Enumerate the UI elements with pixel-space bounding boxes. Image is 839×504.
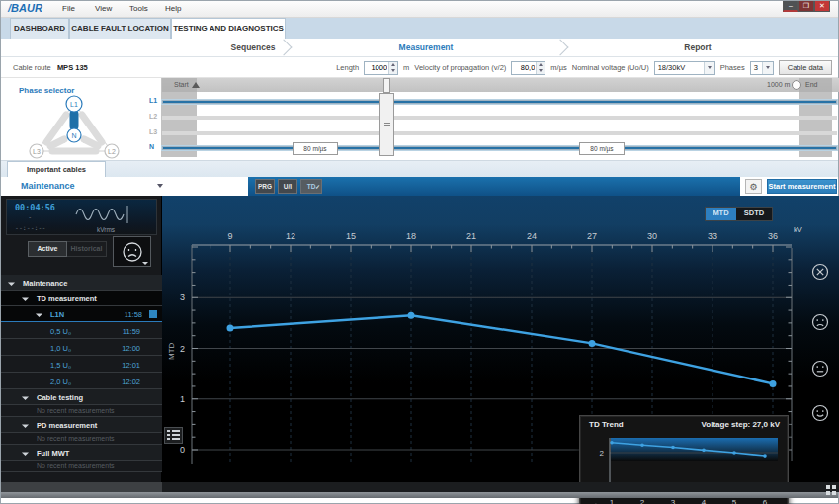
- length-down-button[interactable]: [389, 68, 397, 74]
- velocity-down-button[interactable]: [537, 68, 545, 74]
- svg-text:30: 30: [647, 231, 657, 241]
- step-measurement[interactable]: Measurement: [399, 42, 454, 52]
- connector-n-l3[interactable]: [50, 139, 64, 146]
- tree-node-maintenance[interactable]: Maintenance: [1, 275, 162, 291]
- svg-text:L2: L2: [108, 148, 116, 155]
- tree-node-td-measurement[interactable]: TD measurement: [1, 291, 162, 306]
- tree-node-step[interactable]: 0,5 U₀ 11:59: [1, 322, 162, 339]
- tab-testing-and-diagnostics[interactable]: TESTING AND DIAGNOSTICS: [171, 18, 286, 39]
- expand-icon[interactable]: [22, 449, 29, 456]
- tree-empty-row: No recent measurements: [1, 433, 162, 445]
- resize-grip-icon[interactable]: [826, 485, 837, 496]
- sad-face-icon: [122, 241, 143, 263]
- gear-icon: ⚙: [749, 182, 757, 192]
- cable-visualization: Start 1000 m End L1 L2 L3 N 80 m/µs 80 m…: [147, 78, 839, 160]
- svg-text:4: 4: [702, 498, 707, 504]
- mtd-tab[interactable]: MTD: [706, 208, 736, 220]
- connector-n-l2[interactable]: [84, 139, 98, 146]
- tab-cable-fault-location[interactable]: CABLE FAULT LOCATION: [69, 18, 171, 39]
- length-input[interactable]: [365, 62, 388, 74]
- historical-toggle[interactable]: Historical: [67, 241, 107, 257]
- td-button[interactable]: TD✓: [300, 179, 322, 194]
- step-report[interactable]: Report: [684, 42, 711, 52]
- svg-text:MTD: MTD: [167, 342, 176, 360]
- close-button[interactable]: ✕: [814, 1, 830, 12]
- cursor-handle[interactable]: [379, 93, 394, 156]
- mode-select[interactable]: Maintenance: [21, 181, 75, 191]
- svg-text:15: 15: [346, 231, 356, 241]
- step-sequences[interactable]: Sequences: [231, 42, 276, 52]
- chart-mode-switch: MTD SDTD: [705, 207, 773, 221]
- nominal-voltage-select[interactable]: 18/30kV: [654, 61, 715, 75]
- end-marker-icon[interactable]: [792, 80, 801, 90]
- phase-l1-label: L1: [149, 97, 157, 104]
- expand-icon[interactable]: [22, 294, 29, 301]
- velocity-unit: m/µs: [550, 63, 566, 72]
- start-measurement-button[interactable]: Start measurement: [767, 179, 837, 194]
- main-tabbar: DASHBOARD CABLE FAULT LOCATION TESTING A…: [1, 18, 838, 39]
- cursor-handle-top[interactable]: [383, 78, 390, 93]
- phase-l3-line[interactable]: [162, 131, 837, 135]
- active-toggle[interactable]: Active: [28, 241, 67, 257]
- phase-selector-diagram[interactable]: L1 N L3 L2: [1, 94, 147, 159]
- tree-node-step[interactable]: 1,5 U₀ 12:01: [1, 356, 162, 373]
- cables-tab-row: Important cables: [1, 160, 838, 177]
- phases-value: 3: [751, 63, 762, 72]
- measurement-tree: Maintenance TD measurement L1N 11:58 0,5…: [1, 275, 162, 472]
- measurement-toolbar: Maintenance PRG U/I TD✓ ⚙ Start measurem…: [1, 177, 838, 196]
- velocity-input[interactable]: [512, 62, 536, 74]
- start-label: Start: [174, 81, 189, 88]
- phase-l2-line[interactable]: [162, 116, 837, 120]
- menu-help[interactable]: Help: [165, 4, 181, 13]
- svg-text:5: 5: [732, 498, 737, 504]
- velocity-badge-2: 80 m/µs: [579, 142, 625, 155]
- svg-text:21: 21: [466, 231, 476, 241]
- cable-data-button[interactable]: Cable data: [779, 60, 832, 75]
- svg-text:2: 2: [640, 498, 645, 504]
- expand-icon[interactable]: [22, 421, 29, 428]
- tree-node-step[interactable]: 2,0 U₀ 12:02: [1, 373, 162, 389]
- menu-file[interactable]: File: [62, 4, 75, 13]
- cable-route-bar: Cable route MPS 135 Length m Velocity of…: [1, 57, 838, 78]
- svg-text:18: 18: [406, 231, 416, 241]
- menu-view[interactable]: View: [95, 4, 112, 13]
- waveform-icon: [74, 203, 137, 226]
- phase-selector-panel: Phase selector L1 N L3 L2: [1, 78, 147, 160]
- tab-dashboard[interactable]: DASHBOARD: [10, 18, 69, 39]
- prg-button[interactable]: PRG: [255, 179, 275, 194]
- phases-select[interactable]: 3: [750, 61, 774, 75]
- phase-l3-label: L3: [149, 128, 157, 135]
- tab-important-cables[interactable]: Important cables: [7, 161, 106, 178]
- svg-text:L1: L1: [70, 101, 78, 108]
- toolbar-band: PRG U/I TD✓: [248, 177, 740, 196]
- tree-node-full-mwt[interactable]: Full MWT: [1, 445, 162, 461]
- svg-text:24: 24: [527, 231, 537, 241]
- assessment-dropdown[interactable]: [113, 236, 151, 267]
- expand-icon[interactable]: [8, 279, 15, 286]
- settings-button[interactable]: ⚙: [745, 179, 762, 194]
- tree-node-cable-testing[interactable]: Cable testing: [1, 389, 162, 405]
- tree-node-step[interactable]: 1,0 U₀ 12:00: [1, 339, 162, 356]
- phase-n-line[interactable]: [162, 146, 837, 150]
- phases-label: Phases: [720, 63, 745, 72]
- tree-node-l1n[interactable]: L1N 11:58: [1, 306, 162, 322]
- statusbar-strip: [1, 492, 838, 498]
- table-view-button[interactable]: [164, 427, 183, 444]
- expand-icon[interactable]: [36, 310, 42, 317]
- tree-node-pd-measurement[interactable]: PD measurement: [1, 417, 162, 433]
- phase-l1-line[interactable]: [162, 100, 837, 104]
- tree-empty-row: No recent measurements: [1, 461, 162, 472]
- list-icon: [167, 430, 180, 441]
- menubar: /BAUR File View Tools Help – ❐ ✕: [1, 1, 838, 18]
- start-marker-icon[interactable]: [192, 82, 200, 88]
- selection-indicator[interactable]: [149, 310, 157, 318]
- minimize-button[interactable]: –: [783, 1, 798, 12]
- popup-title: TD Trend: [589, 420, 624, 429]
- expand-icon[interactable]: [22, 393, 29, 400]
- phase-n-label: N: [149, 143, 154, 150]
- menu-tools[interactable]: Tools: [129, 4, 148, 13]
- cable-route-value: MPS 135: [57, 63, 88, 72]
- ui-button[interactable]: U/I: [278, 179, 297, 194]
- sdtd-tab[interactable]: SDTD: [736, 208, 772, 220]
- maximize-button[interactable]: ❐: [798, 1, 814, 12]
